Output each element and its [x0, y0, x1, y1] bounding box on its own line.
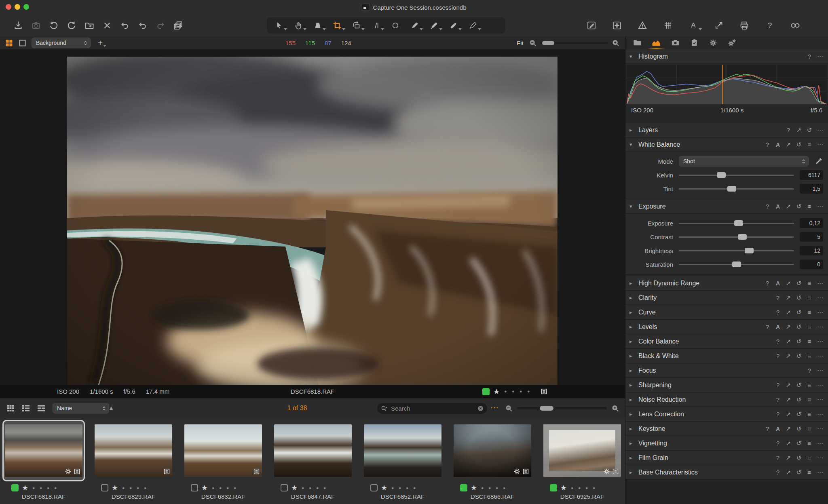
reset-icon[interactable]: ↺	[796, 280, 802, 286]
auto-icon[interactable]: A	[775, 204, 781, 209]
star-rating-empty[interactable]: •	[226, 485, 230, 491]
presets-icon[interactable]: ≡	[807, 396, 812, 403]
grid-overlay-button[interactable]	[662, 17, 674, 34]
print-button[interactable]	[738, 17, 750, 34]
chevron-down-icon[interactable]: ▾	[629, 141, 635, 148]
more-icon[interactable]: ⋯	[817, 455, 823, 461]
star-rating-empty[interactable]: •	[495, 485, 499, 491]
star-rating-empty[interactable]: •	[308, 485, 312, 491]
more-icon[interactable]: ⋯	[817, 127, 823, 133]
presets-icon[interactable]: ≡	[807, 426, 812, 432]
help-icon[interactable]: ?	[807, 53, 812, 59]
erase-brush-tool[interactable]	[444, 19, 463, 32]
slider-track[interactable]	[679, 236, 794, 238]
thumbnail-size-slider-handle[interactable]	[540, 406, 553, 411]
thumbnail-image[interactable]	[364, 424, 441, 477]
chevron-right-icon[interactable]: ▸	[629, 309, 635, 315]
color-picker-tool[interactable]	[463, 19, 483, 32]
slider-track[interactable]	[679, 175, 794, 176]
copy-icon[interactable]: ↗	[786, 411, 791, 417]
copy-icon[interactable]: ↗	[786, 440, 791, 446]
star-rating-empty[interactable]: •	[143, 485, 147, 491]
color-tag[interactable]	[370, 484, 378, 491]
thumbnail-dscf6866-raf[interactable]: ★ • • • • DSCF6866.RAF	[450, 420, 535, 502]
revert-button[interactable]	[119, 17, 131, 34]
star-rating-empty[interactable]: •	[32, 485, 36, 491]
chevron-right-icon[interactable]: ▸	[629, 280, 635, 286]
star-rating-empty[interactable]: •	[405, 485, 409, 491]
note-icon[interactable]	[163, 468, 170, 475]
star-rating-empty[interactable]: •	[511, 388, 515, 395]
gear-icon[interactable]	[513, 468, 520, 475]
chevron-right-icon[interactable]: ▸	[629, 367, 635, 373]
tool-caret[interactable]	[420, 28, 423, 30]
star-rating-empty[interactable]: •	[592, 485, 596, 491]
chevron-right-icon[interactable]: ▸	[629, 396, 635, 403]
panel-white-balance[interactable]: ▾ White Balance ?A↗↺≡⋯	[625, 137, 828, 152]
copy-icon[interactable]: ↗	[786, 338, 791, 344]
more-icon[interactable]: ⋯	[817, 338, 823, 344]
panel-layers[interactable]: ▸ Layers ?↗↺⋯	[625, 123, 828, 137]
copy-icon[interactable]: ↗	[786, 295, 791, 301]
presets-icon[interactable]: ≡	[807, 411, 812, 417]
thumbnail-image[interactable]	[274, 424, 352, 477]
reset-icon[interactable]: ↺	[796, 411, 802, 417]
new-variant-button[interactable]: +	[95, 38, 105, 48]
copy-icon[interactable]: ↗	[786, 382, 791, 388]
thumbnail-dscf6832-raf[interactable]: ★ • • • • DSCF6832.RAF	[181, 420, 266, 502]
chevron-right-icon[interactable]: ▸	[629, 382, 635, 388]
heal-brush-tool[interactable]	[405, 19, 425, 32]
slider-track[interactable]	[679, 250, 794, 251]
more-icon[interactable]: ⋯	[817, 324, 823, 330]
undo-button[interactable]	[137, 17, 149, 34]
sort-direction-button[interactable]: ▲	[108, 405, 114, 411]
star-rating-empty[interactable]: •	[391, 485, 395, 491]
presets-icon[interactable]: ≡	[807, 280, 812, 286]
more-icon[interactable]: ⋯	[817, 440, 823, 446]
viewer-zoom-slider[interactable]	[540, 42, 608, 44]
thumbnail-image[interactable]	[95, 424, 172, 477]
star-rating-filled[interactable]: ★	[471, 484, 477, 491]
star-rating-empty[interactable]: •	[218, 485, 222, 491]
tool-caret[interactable]	[342, 28, 345, 30]
more-icon[interactable]: ⋯	[817, 367, 823, 373]
search-clear-icon[interactable]	[477, 405, 484, 412]
single-view-icon[interactable]	[18, 39, 27, 47]
copy-icon[interactable]: ↗	[796, 127, 802, 133]
more-icon[interactable]: ⋯	[817, 469, 823, 475]
help-icon[interactable]: ?	[775, 309, 781, 315]
thumb-zoom-out-icon[interactable]	[505, 404, 513, 413]
help-icon[interactable]: ?	[765, 280, 770, 286]
chevron-right-icon[interactable]: ▸	[629, 353, 635, 359]
chevron-right-icon[interactable]: ▸	[629, 338, 635, 344]
panel-high-dynamic-range[interactable]: ▸ High Dynamic Range ?A↗↺≡⋯	[625, 276, 828, 291]
reset-icon[interactable]: ↺	[796, 469, 802, 475]
viewer-zoom-slider-handle[interactable]	[542, 41, 554, 45]
notes-icon[interactable]	[541, 388, 547, 395]
panel-noise-reduction[interactable]: ▸ Noise Reduction ?↗↺≡⋯	[625, 392, 828, 407]
straighten-tool[interactable]	[366, 19, 386, 32]
presets-icon[interactable]: ≡	[807, 203, 812, 209]
star-rating-empty[interactable]: •	[315, 485, 319, 491]
star-rating-filled[interactable]: ★	[22, 484, 28, 491]
presets-icon[interactable]: ≡	[807, 324, 812, 330]
slider-track[interactable]	[679, 264, 794, 265]
help-icon[interactable]: ?	[775, 396, 781, 403]
reset-icon[interactable]: ↺	[796, 324, 802, 330]
thumbnail-frame[interactable]	[2, 420, 85, 481]
chevron-right-icon[interactable]: ▸	[629, 469, 635, 475]
layout-select[interactable]: Background	[32, 38, 91, 48]
star-rating-filled[interactable]: ★	[493, 388, 500, 395]
panel-sharpening[interactable]: ▸ Sharpening ?↗↺≡⋯	[625, 378, 828, 392]
presets-icon[interactable]: ≡	[807, 141, 812, 148]
gear-icon[interactable]	[65, 468, 72, 475]
sort-select[interactable]: Name	[53, 403, 109, 413]
grid-view-icon[interactable]	[5, 400, 16, 416]
tool-caret[interactable]	[478, 28, 481, 30]
presets-icon[interactable]: ≡	[807, 455, 812, 461]
tool-caret[interactable]	[323, 28, 326, 30]
star-rating-empty[interactable]: •	[301, 485, 305, 491]
thumbnail-frame[interactable]	[451, 420, 534, 481]
edit-recipe-button[interactable]	[585, 17, 598, 34]
thumbnail-frame[interactable]	[272, 420, 354, 481]
